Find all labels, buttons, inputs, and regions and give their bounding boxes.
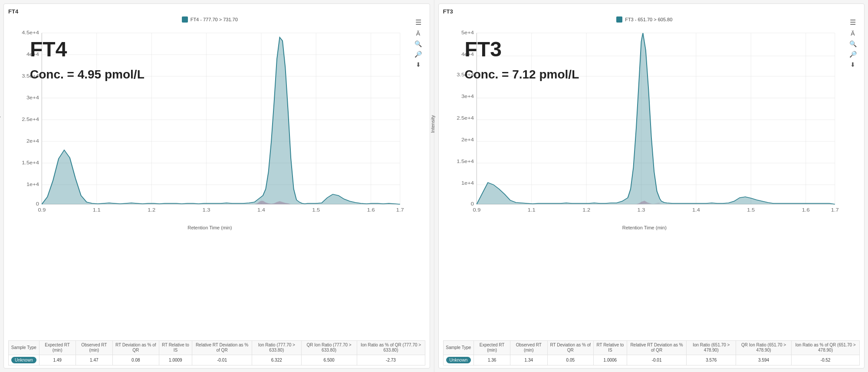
svg-text:1.5e+4: 1.5e+4	[457, 159, 474, 163]
ft3-icon-stack[interactable]: ☰	[850, 19, 856, 26]
svg-text:1.2: 1.2	[582, 208, 590, 212]
ft3-chart-svg: 5e+4 4e+4 3.5e+4 3e+4 2.5e+4 2e+4 1.5e+4…	[443, 24, 846, 224]
ft4-expected-rt-cell: 1.49	[39, 355, 76, 365]
svg-text:1.5: 1.5	[747, 208, 755, 212]
svg-text:2e+4: 2e+4	[26, 139, 39, 143]
ft3-table-container: Sample Type Expected RT (min) Observed R…	[443, 339, 860, 365]
svg-text:2e+4: 2e+4	[461, 137, 474, 142]
svg-text:1e+4: 1e+4	[461, 181, 474, 185]
svg-text:1e+4: 1e+4	[26, 182, 39, 186]
ft3-icon-download[interactable]: ⬇	[850, 62, 855, 68]
ft4-col-ion-ratio-qr: Ion Ratio as % of QR (777.70 > 633.80)	[357, 341, 425, 355]
svg-text:1.5: 1.5	[312, 208, 320, 212]
ft3-col-ion-ratio: Ion Ratio (651.70 > 478.90)	[687, 341, 736, 355]
ft3-col-rel-rt-dev: Relative RT Deviation as % of QR	[627, 341, 687, 355]
ft3-qr-ion-ratio-cell: 3.594	[736, 355, 792, 365]
ft3-icon-zoom-out[interactable]: 🔎	[849, 51, 857, 57]
ft4-col-ion-ratio: Ion Ratio (777.70 > 633.80)	[252, 341, 301, 355]
ft3-expected-rt-cell: 1.36	[474, 355, 510, 365]
ft4-qr-ion-ratio-cell: 6.500	[301, 355, 357, 365]
svg-text:4.5e+4: 4.5e+4	[22, 30, 39, 35]
svg-text:4e+4: 4e+4	[461, 52, 474, 56]
ft3-ion-ratio-qr-cell: -0.52	[792, 355, 860, 365]
table-row: Unknown 1.49 1.47 0.08 1.0009 -0.01 6.32…	[9, 355, 425, 365]
ft4-icon-download[interactable]: ⬇	[416, 62, 421, 68]
ft4-icon-annotate[interactable]: Ä	[416, 30, 420, 36]
ft4-legend-color	[182, 16, 188, 23]
ft4-col-rt-rel: RT Relative to IS	[159, 341, 192, 355]
svg-text:3e+4: 3e+4	[461, 94, 474, 98]
ft4-ion-ratio-cell: 6.322	[252, 355, 301, 365]
svg-text:1.1: 1.1	[93, 208, 101, 212]
ft3-legend-text: FT3 - 651.70 > 605.80	[625, 17, 672, 22]
ft3-icon-annotate[interactable]: Ä	[851, 30, 855, 36]
ft4-chart-container: FT4 - 777.70 > 731.70 Intensity FT4 Conc…	[8, 16, 411, 339]
ft4-sample-type-cell: Unknown	[9, 355, 39, 365]
ft3-legend-row: FT3 - 651.70 > 605.80	[443, 16, 846, 23]
svg-text:5e+4: 5e+4	[461, 30, 474, 35]
svg-text:1.6: 1.6	[367, 208, 375, 212]
svg-text:0: 0	[36, 202, 39, 206]
ft4-rel-rt-dev-cell: -0.01	[192, 355, 252, 365]
ft4-col-expected-rt: Expected RT (min)	[39, 341, 76, 355]
ft4-rt-dev-cell: 0.08	[113, 355, 159, 365]
panel-divider	[434, 0, 435, 372]
ft3-col-sample-type: Sample Type	[443, 341, 474, 355]
ft3-y-axis-label: Intensity	[430, 115, 435, 133]
svg-text:1.4: 1.4	[692, 208, 700, 212]
svg-text:1.7: 1.7	[396, 208, 404, 212]
ft4-sample-type-badge: Unknown	[11, 357, 36, 363]
ft3-rt-rel-cell: 1.0006	[594, 355, 627, 365]
svg-text:1.4: 1.4	[257, 208, 266, 212]
ft3-legend-color	[616, 16, 622, 23]
ft4-col-sample-type: Sample Type	[9, 341, 39, 355]
table-row: Unknown 1.36 1.34 0.05 1.0006 -0.01 3.57…	[443, 355, 860, 365]
ft4-x-axis-label: Retention Time (min)	[8, 225, 411, 230]
ft3-col-observed-rt: Observed RT (min)	[510, 341, 548, 355]
ft3-sample-type-cell: Unknown	[443, 355, 474, 365]
ft3-icon-zoom-in[interactable]: 🔍	[849, 41, 857, 47]
ft3-col-expected-rt: Expected RT (min)	[474, 341, 510, 355]
ft4-chart-area: FT4 - 777.70 > 731.70 Intensity FT4 Conc…	[8, 16, 425, 339]
svg-marker-37	[42, 37, 400, 204]
ft4-icon-zoom-in[interactable]: 🔍	[414, 41, 422, 47]
ft4-title: FT4	[8, 8, 425, 15]
ft4-icon-zoom-out[interactable]: 🔎	[414, 51, 422, 57]
ft4-rt-rel-cell: 1.0009	[159, 355, 192, 365]
ft4-legend-text: FT4 - 777.70 > 731.70	[191, 17, 238, 22]
ft3-rt-dev-cell: 0.05	[547, 355, 594, 365]
ft3-col-ion-ratio-qr: Ion Ratio as % of QR (651.70 > 478.90)	[792, 341, 860, 355]
svg-text:2.5e+4: 2.5e+4	[457, 116, 474, 120]
svg-text:2.5e+4: 2.5e+4	[22, 117, 39, 121]
ft3-chart-container: FT3 - 651.70 > 605.80 Intensity FT3 Conc…	[443, 16, 846, 339]
ft3-sample-type-badge: Unknown	[446, 357, 471, 363]
ft4-data-table: Sample Type Expected RT (min) Observed R…	[8, 340, 425, 365]
ft4-chart-svg: 4.5e+4 4e+4 3.5e+4 3e+4 2.5e+4 2e+4 1.5e…	[8, 24, 411, 224]
ft4-panel: FT4 FT4 - 777.70 > 731.70 Intensity FT4 …	[3, 3, 430, 369]
ft3-rel-rt-dev-cell: -0.01	[627, 355, 687, 365]
ft4-table-container: Sample Type Expected RT (min) Observed R…	[8, 339, 425, 365]
svg-text:1.7: 1.7	[831, 208, 838, 212]
ft4-chart-icons: ☰ Ä 🔍 🔎 ⬇	[411, 16, 425, 339]
ft3-x-axis-label: Retention Time (min)	[443, 225, 846, 230]
svg-text:3.5e+4: 3.5e+4	[22, 74, 39, 78]
ft4-icon-stack[interactable]: ☰	[415, 19, 421, 26]
ft3-col-rt-rel: RT Relative to IS	[594, 341, 627, 355]
ft4-col-observed-rt: Observed RT (min)	[76, 341, 113, 355]
ft4-observed-rt-cell: 1.47	[76, 355, 113, 365]
ft3-ion-ratio-cell: 3.576	[687, 355, 736, 365]
ft4-col-qr-ion-ratio: QR Ion Ratio (777.70 > 633.80)	[301, 341, 357, 355]
ft3-chart-area: FT3 - 651.70 > 605.80 Intensity FT3 Conc…	[443, 16, 860, 339]
ft3-col-rt-dev: RT Deviation as % of QR	[547, 341, 594, 355]
svg-marker-75	[477, 33, 835, 204]
svg-text:4e+4: 4e+4	[26, 52, 39, 56]
svg-text:1.6: 1.6	[802, 208, 809, 212]
ft4-ion-ratio-qr-cell: -2.73	[357, 355, 425, 365]
svg-text:1.3: 1.3	[637, 208, 645, 212]
svg-text:0: 0	[470, 202, 473, 206]
svg-text:1.5e+4: 1.5e+4	[22, 160, 39, 165]
svg-text:3.5e+4: 3.5e+4	[457, 72, 474, 77]
ft3-observed-rt-cell: 1.34	[510, 355, 548, 365]
ft4-col-rt-dev: RT Deviation as % of QR	[113, 341, 159, 355]
svg-text:3e+4: 3e+4	[26, 95, 39, 100]
